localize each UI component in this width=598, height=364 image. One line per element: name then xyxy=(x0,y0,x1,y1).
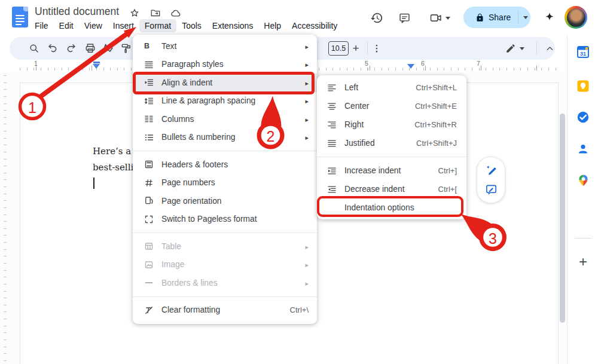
menubar-item-extensions[interactable]: Extensions xyxy=(207,19,258,32)
submenu-arrow-icon xyxy=(303,133,309,142)
menu-divider xyxy=(133,151,317,151)
add-comment-button[interactable] xyxy=(485,183,498,196)
submenu-item-decrease-indent[interactable]: Decrease indent Ctrl+[ xyxy=(317,180,466,198)
format-menu-dropdown: B Text Paragraph styles Align & indent L… xyxy=(133,35,317,324)
pageless-format-icon xyxy=(144,215,161,224)
maps-icon[interactable] xyxy=(576,173,590,187)
editing-mode-button[interactable] xyxy=(503,41,518,56)
document-line: best-sellin xyxy=(93,160,134,176)
paint-format-button[interactable] xyxy=(118,41,134,56)
menubar-item-help[interactable]: Help xyxy=(258,19,286,32)
menu-item-switch-pageless[interactable]: Switch to Pageless format xyxy=(133,210,317,229)
hide-menus-button[interactable] xyxy=(542,41,557,56)
star-icon[interactable] xyxy=(129,7,141,19)
redo-button[interactable] xyxy=(63,41,79,56)
search-menus-button[interactable] xyxy=(26,41,42,56)
menu-item-line-paragraph-spacing[interactable]: Line & paragraph spacing xyxy=(133,92,317,111)
menu-item-label: Paragraph styles xyxy=(161,60,303,69)
submenu-arrow-icon xyxy=(303,78,309,87)
submenu-item-label: Decrease indent xyxy=(344,185,432,194)
columns-icon xyxy=(144,114,161,124)
contacts-icon[interactable] xyxy=(576,142,590,156)
version-history-button[interactable] xyxy=(369,10,385,26)
menubar-item-insert[interactable]: Insert xyxy=(108,19,139,32)
calendar-date-text: 31 xyxy=(580,51,586,57)
menu-item-text[interactable]: B Text xyxy=(133,37,317,56)
keep-icon[interactable] xyxy=(576,79,590,93)
menu-item-paragraph-styles[interactable]: Paragraph styles xyxy=(133,56,317,74)
menu-item-headers-footers[interactable]: Headers & footers xyxy=(133,155,317,174)
menu-divider xyxy=(317,157,466,157)
align-indent-submenu: Left Ctrl+Shift+L Center Ctrl+Shift+E Ri… xyxy=(317,75,466,219)
menu-item-page-numbers[interactable]: Page numbers xyxy=(133,174,317,192)
menu-shortcut: Ctrl+] xyxy=(438,166,457,175)
menu-shortcut: Ctrl+[ xyxy=(438,185,457,194)
increase-font-size-button[interactable] xyxy=(348,41,364,56)
menubar-item-file[interactable]: File xyxy=(29,19,54,32)
image-icon xyxy=(144,260,161,270)
menu-item-image[interactable]: Image xyxy=(133,256,317,274)
submenu-item-left[interactable]: Left Ctrl+Shift+L xyxy=(317,78,466,97)
left-indent-marker[interactable] xyxy=(93,64,100,69)
get-add-ons-button[interactable] xyxy=(576,255,590,269)
menu-item-label: Bullets & numbering xyxy=(161,133,303,142)
share-dropdown-caret-icon[interactable] xyxy=(523,16,528,19)
share-button[interactable]: Share xyxy=(463,7,530,28)
comments-button[interactable] xyxy=(396,10,412,26)
menu-item-bullets-numbering[interactable]: Bullets & numbering xyxy=(133,129,317,147)
submenu-arrow-icon xyxy=(303,96,309,105)
submenu-item-increase-indent[interactable]: Increase indent Ctrl+] xyxy=(317,161,466,180)
move-to-folder-icon[interactable] xyxy=(150,7,161,19)
tasks-icon[interactable] xyxy=(576,110,590,124)
menu-shortcut: Ctrl+\ xyxy=(290,305,309,314)
submenu-item-label: Justified xyxy=(344,139,410,148)
menu-item-label: Clear formatting xyxy=(161,305,284,314)
menu-item-label: Line & paragraph spacing xyxy=(161,96,303,105)
menubar-item-tools[interactable]: Tools xyxy=(176,19,207,32)
menubar-item-accessibility[interactable]: Accessibility xyxy=(286,19,343,32)
spell-check-button[interactable] xyxy=(100,41,115,56)
meet-dropdown-caret-icon[interactable] xyxy=(444,10,452,26)
gemini-sparkle-icon[interactable] xyxy=(542,10,557,26)
menu-item-columns[interactable]: Columns xyxy=(133,110,317,129)
print-button[interactable] xyxy=(83,41,98,56)
right-indent-marker[interactable] xyxy=(407,64,414,69)
menu-item-page-orientation[interactable]: Page orientation xyxy=(133,192,317,210)
share-button-label: Share xyxy=(489,13,511,22)
submenu-item-center[interactable]: Center Ctrl+Shift+E xyxy=(317,97,466,115)
google-docs-logo-icon[interactable] xyxy=(12,7,28,27)
editing-mode-caret-icon[interactable] xyxy=(517,41,527,56)
meet-video-button[interactable] xyxy=(428,10,444,26)
google-docs-window: Here’s a li best-sellin 1 xyxy=(0,0,598,364)
submenu-item-indentation-options[interactable]: Indentation options xyxy=(317,198,466,217)
toolbar-divider xyxy=(536,42,537,55)
font-size-input[interactable]: 10.5 xyxy=(328,41,349,56)
cloud-status-icon[interactable] xyxy=(169,7,181,19)
margin-tools-pill xyxy=(477,157,505,203)
document-text: Here’s a li best-sellin xyxy=(93,143,134,176)
calendar-icon[interactable]: 31 xyxy=(576,45,590,59)
menu-item-label: Text xyxy=(161,42,303,51)
document-title[interactable]: Untitled document xyxy=(35,5,119,18)
submenu-arrow-icon xyxy=(303,115,309,124)
help-me-write-button[interactable] xyxy=(485,164,498,176)
vertical-scrollbar-thumb[interactable] xyxy=(560,114,565,323)
first-line-indent-marker[interactable] xyxy=(93,62,100,63)
menu-item-clear-formatting[interactable]: Clear formatting Ctrl+\ xyxy=(133,301,317,320)
menubar-item-edit[interactable]: Edit xyxy=(54,19,79,32)
menu-bar: File Edit View Insert Format Tools Exten… xyxy=(29,19,343,32)
undo-button[interactable] xyxy=(45,41,60,56)
menu-item-borders-lines[interactable]: Borders & lines xyxy=(133,274,317,292)
toolbar-divider xyxy=(367,42,368,55)
increase-indent-icon xyxy=(327,166,344,176)
submenu-item-justified[interactable]: Justified Ctrl+Shift+J xyxy=(317,134,466,152)
menubar-item-format[interactable]: Format xyxy=(139,19,176,32)
toolbar-overflow-button[interactable] xyxy=(369,41,385,56)
menu-item-table[interactable]: Table xyxy=(133,237,317,256)
menubar-item-view[interactable]: View xyxy=(79,19,108,32)
menu-item-align-indent[interactable]: Align & indent xyxy=(133,74,317,92)
account-avatar[interactable] xyxy=(565,6,587,29)
submenu-arrow-icon xyxy=(303,42,309,51)
submenu-item-right[interactable]: Right Ctrl+Shift+R xyxy=(317,115,466,134)
submenu-arrow-icon xyxy=(303,60,309,69)
